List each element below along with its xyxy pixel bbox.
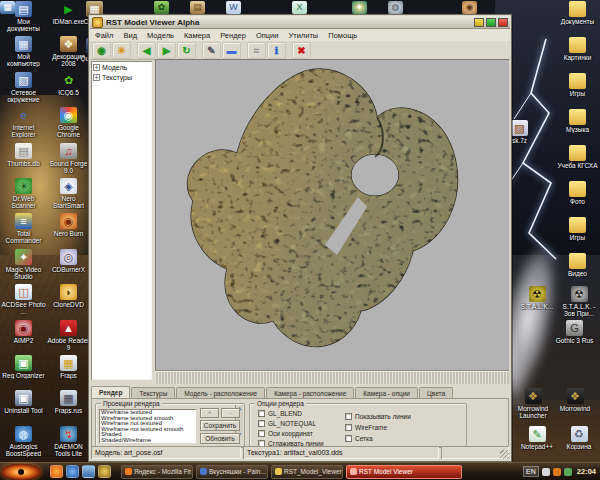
desktop-icon[interactable]: ☢ S.T.A.L.K...	[516, 286, 558, 322]
checkbox[interactable]	[345, 424, 352, 431]
desktop-icon[interactable]: e Internet Explorer	[1, 107, 46, 142]
desktop-icon[interactable]: ≡ Total Commander	[1, 213, 46, 248]
desktop-icon[interactable]: ☢ S.T.A.L.K. - Зов При...	[558, 286, 600, 322]
desktop-folder-icon[interactable]: Учеба КГСХА	[555, 145, 600, 181]
tab[interactable]: Модель - расположение	[176, 387, 265, 398]
desktop-folder-icon[interactable]: Игры	[555, 217, 600, 253]
menu-item[interactable]: Рендер	[215, 31, 251, 40]
desktop-icon[interactable]: ✎ Notepad++	[516, 426, 558, 462]
desktop-icon[interactable]: ✦	[352, 1, 367, 14]
checkbox-option[interactable]: Оси координат	[258, 430, 324, 437]
listbox-item[interactable]: Shaded/Wireframe	[101, 438, 187, 443]
desktop-icon[interactable]: ▦ Fraps	[46, 355, 91, 390]
expand-icon[interactable]: +	[93, 64, 100, 71]
checkbox-option[interactable]: Сетка	[345, 435, 411, 442]
desktop-icon[interactable]: ✿ ICQ6.5	[46, 72, 91, 107]
desktop-icon[interactable]: ▤ Мои документы	[1, 1, 46, 36]
model-viewport[interactable]	[155, 59, 509, 370]
desktop-icon[interactable]: ◉ Nero Burn	[46, 213, 91, 248]
desktop-icon[interactable]: ▧ Сетевое окружение	[1, 72, 46, 107]
maximize-button[interactable]	[486, 18, 496, 27]
menu-item[interactable]: Помощь	[323, 31, 362, 40]
desktop-icon[interactable]: X	[292, 1, 307, 14]
checkbox[interactable]	[345, 435, 352, 442]
desktop-folder-icon[interactable]: Игры	[555, 73, 600, 109]
desktop-icon[interactable]: ❖ Morrowind Launcher	[512, 388, 554, 424]
desktop-icon[interactable]: ◍	[388, 1, 403, 14]
desktop-folder-icon[interactable]: Музыка	[555, 109, 600, 145]
expand-icon[interactable]: +	[93, 74, 100, 81]
checkbox[interactable]	[258, 410, 265, 417]
save-button[interactable]: Сохранить	[200, 420, 240, 431]
menu-item[interactable]: Утилиты	[283, 31, 323, 40]
checkbox-option[interactable]: GL_BLEND	[258, 410, 324, 417]
toolbar-button[interactable]: ℹ	[267, 42, 286, 59]
checkbox-option[interactable]: Показывать линии	[345, 413, 411, 420]
tray-icon[interactable]	[564, 468, 572, 476]
menu-item[interactable]: Модель	[142, 31, 179, 40]
toolbar-button[interactable]: ▶	[157, 42, 176, 59]
desktop-icon[interactable]: ♻ Корзина	[558, 426, 600, 462]
desktop-icon[interactable]: ◉	[462, 1, 477, 14]
quicklaunch-icon[interactable]	[50, 465, 63, 478]
desktop-icon[interactable]: ▤	[190, 1, 205, 14]
tab[interactable]: Текстуры	[131, 387, 175, 398]
checkbox-option[interactable]: WireFrame	[345, 424, 411, 431]
desktop-icon[interactable]: ◍ Auslogics BoostSpeed	[1, 426, 46, 461]
toolbar-button[interactable]: ✳	[112, 42, 131, 59]
toolbar-button[interactable]: ≈	[247, 42, 266, 59]
menu-item[interactable]: Камера	[179, 31, 215, 40]
remove-projection-button[interactable]: -	[221, 408, 240, 418]
quicklaunch-icon[interactable]	[66, 465, 79, 478]
quicklaunch-icon[interactable]	[98, 465, 111, 478]
taskbar-task-button[interactable]: RST_Model_Viewer	[271, 465, 343, 479]
desktop-icon[interactable]: ◎ CDBurnerX	[46, 249, 91, 284]
horizontal-scrollbar[interactable]	[155, 370, 509, 384]
desktop-icon[interactable]: W	[226, 1, 241, 14]
toolbar-button[interactable]: ◀	[137, 42, 156, 59]
desktop-icon[interactable]: ↯ DAEMON Tools Lite	[46, 426, 91, 461]
start-button[interactable]	[1, 464, 41, 480]
toolbar-button[interactable]: ✖	[292, 42, 311, 59]
desktop-folder-icon[interactable]: Картинки	[555, 37, 600, 73]
toolbar-button[interactable]: ▬	[222, 42, 241, 59]
desktop-icon[interactable]: ◫ ACDSee Photo ...	[1, 284, 46, 319]
desktop-icon[interactable]: ▦ Fraps.rus	[46, 390, 91, 425]
desktop-icon[interactable]: G Gothic 3 Rus	[552, 320, 597, 344]
checkbox[interactable]	[258, 430, 265, 437]
close-button[interactable]	[498, 18, 508, 27]
tray-icon[interactable]	[553, 468, 561, 476]
desktop-folder-icon[interactable]: Документы	[555, 1, 600, 37]
desktop-icon[interactable]: ▲ Adobe Reader 9	[46, 320, 91, 355]
desktop-icon[interactable]: ✦ Magic Video Studio	[1, 249, 46, 284]
add-projection-button[interactable]: +	[200, 408, 219, 418]
menu-item[interactable]: Вид	[118, 31, 142, 40]
tree-item[interactable]: + Текстуры	[93, 74, 150, 81]
desktop-icon[interactable]: ▦ Мой компьютер	[1, 36, 46, 71]
menu-item[interactable]: Опции	[251, 31, 284, 40]
desktop-icon[interactable]: ◉ Google Chrome	[46, 107, 91, 142]
quicklaunch-icon[interactable]	[82, 465, 95, 478]
tab[interactable]: Цвета	[419, 387, 453, 398]
tray-icon[interactable]	[542, 468, 550, 476]
desktop-icon[interactable]: ♫ Sound Forge 9.0	[46, 143, 91, 178]
taskbar-task-button[interactable]: RST Model Viewer	[346, 465, 462, 479]
desktop-icon[interactable]: ◉ AIMP2	[1, 320, 46, 355]
tab[interactable]: Рендер	[91, 386, 130, 398]
toolbar-button[interactable]: ↻	[177, 42, 196, 59]
toolbar-button[interactable]: ◉	[92, 42, 111, 59]
projection-listbox[interactable]: Wireframe texturedWireframe textured smo…	[99, 409, 196, 443]
desktop-icon[interactable]: ◈ Nero StartSmart	[46, 178, 91, 213]
tab[interactable]: Камера - опции	[355, 387, 418, 398]
language-indicator[interactable]: EN	[523, 466, 539, 477]
desktop-icon[interactable]: ✳ Dr.Web Scanner	[1, 178, 46, 213]
desktop-icon[interactable]: ▣ Uninstall Tool	[1, 390, 46, 425]
checkbox-option[interactable]: GL_NOTEQUAL	[258, 420, 324, 427]
tree-item[interactable]: + Модель	[93, 64, 150, 71]
taskbar-task-button[interactable]: Вкусняшки - Pain...	[196, 465, 268, 479]
desktop-icon[interactable]: ✿	[154, 1, 169, 14]
tab[interactable]: Камера - расположение	[266, 387, 354, 398]
desktop-icon[interactable]: ▣ Reg Organizer	[1, 355, 46, 390]
checkbox[interactable]	[258, 420, 265, 427]
desktop-folder-icon[interactable]: Видео	[555, 253, 600, 289]
